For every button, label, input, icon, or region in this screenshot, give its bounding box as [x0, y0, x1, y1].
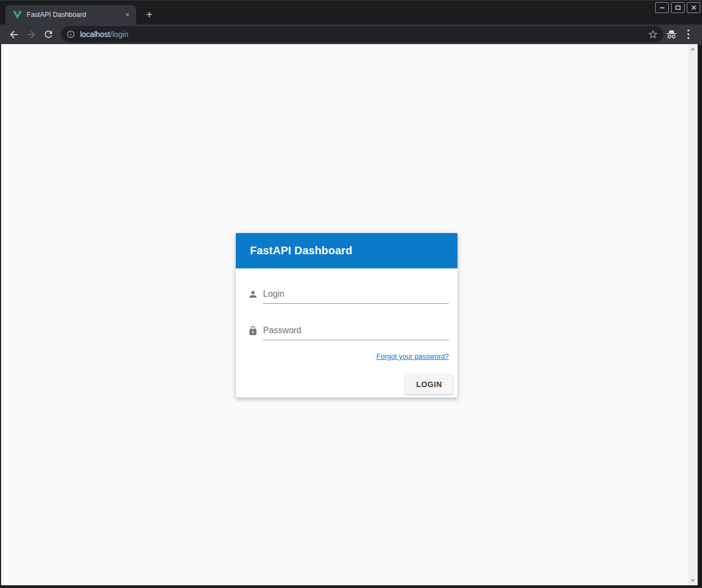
- page-info-icon[interactable]: [66, 30, 75, 39]
- browser-tab[interactable]: FastAPI Dashboard ×: [5, 5, 136, 24]
- scroll-down-arrow-icon[interactable]: [691, 579, 695, 582]
- window-minimize-button[interactable]: [655, 2, 669, 13]
- bookmark-star-button[interactable]: [648, 29, 658, 40]
- person-icon: [248, 289, 258, 299]
- login-card: FastAPI Dashboard Forgot your password? …: [236, 233, 457, 397]
- navigation-toolbar: localhost/login: [0, 24, 702, 45]
- forward-arrow-icon: [26, 29, 37, 40]
- vue-logo-favicon-icon: [13, 11, 22, 19]
- back-button[interactable]: [7, 27, 21, 41]
- address-bar[interactable]: localhost/login: [61, 26, 663, 42]
- incognito-indicator: [665, 27, 678, 41]
- forgot-password-link[interactable]: Forgot your password?: [376, 352, 449, 360]
- three-dots-icon: [687, 29, 689, 39]
- tab-strip: FastAPI Dashboard × +: [0, 1, 702, 24]
- browser-window: FastAPI Dashboard × +: [0, 0, 702, 588]
- page-viewport: FastAPI Dashboard Forgot your password? …: [1, 44, 698, 585]
- close-icon: [691, 5, 697, 10]
- maximize-icon: [675, 5, 681, 10]
- password-input[interactable]: [263, 324, 449, 340]
- window-maximize-button[interactable]: [671, 2, 685, 13]
- plus-icon: +: [146, 9, 152, 21]
- login-card-header: FastAPI Dashboard: [236, 233, 457, 268]
- new-tab-button[interactable]: +: [142, 8, 156, 22]
- back-arrow-icon: [8, 29, 20, 40]
- page-scrollbar[interactable]: [688, 44, 698, 585]
- window-close-button[interactable]: [687, 2, 700, 13]
- reload-icon: [43, 29, 54, 40]
- reload-button[interactable]: [41, 27, 56, 41]
- window-controls: [655, 2, 700, 13]
- login-button[interactable]: LOGIN: [405, 374, 453, 394]
- browser-menu-button[interactable]: [683, 27, 693, 41]
- url-host: localhost: [80, 30, 110, 39]
- scroll-up-arrow-icon[interactable]: [691, 47, 695, 50]
- incognito-icon: [666, 28, 677, 40]
- lock-icon: [248, 326, 258, 336]
- forward-button[interactable]: [24, 27, 38, 41]
- url-text: localhost/login: [80, 30, 648, 39]
- login-card-title: FastAPI Dashboard: [250, 244, 352, 257]
- star-outline-icon: [648, 29, 658, 40]
- url-path: /login: [110, 30, 128, 39]
- tab-close-icon[interactable]: ×: [122, 9, 133, 20]
- minimize-icon: [660, 5, 665, 10]
- tab-title: FastAPI Dashboard: [27, 11, 122, 19]
- login-input[interactable]: [263, 287, 449, 304]
